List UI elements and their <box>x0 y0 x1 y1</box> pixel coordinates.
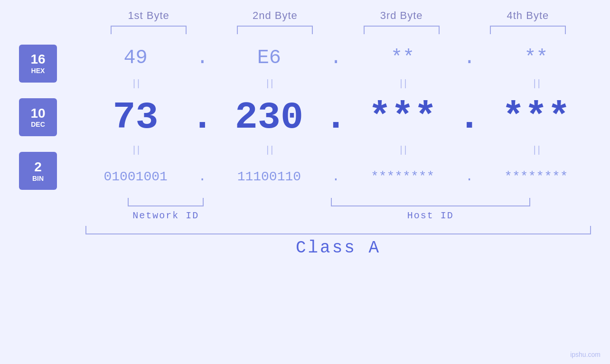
eq-4: || <box>532 79 540 89</box>
dec-dot-2: . <box>324 96 348 139</box>
hex-cell-1: 49 <box>81 47 190 69</box>
hex-cell-4: ** <box>481 47 591 69</box>
dec-value-3: *** <box>368 96 437 139</box>
bin-cell-4: ******** <box>481 169 591 184</box>
hex-badge: 16 HEX <box>19 45 57 83</box>
hex-dot-3: . <box>458 47 481 69</box>
dec-badge: 10 DEC <box>19 98 57 136</box>
data-columns: 49 . E6 . ** . ** <box>81 39 591 196</box>
bracket-top-1 <box>85 26 212 34</box>
dec-value-1: 73 <box>113 96 159 139</box>
bin-row: 01001001 . 11100110 . ******** . <box>81 158 591 196</box>
watermark: ipshu.com <box>570 351 601 358</box>
eq2-cell-2: || <box>214 146 324 155</box>
hex-value-4: ** <box>524 47 548 69</box>
bin-value-2: 11100110 <box>237 169 301 184</box>
network-id-bracket-container: Network ID <box>85 198 246 221</box>
hex-badge-number: 16 <box>30 52 45 67</box>
host-id-bracket-line <box>331 198 530 206</box>
dec-cell-1: 73 <box>81 96 190 139</box>
hex-badge-label: HEX <box>31 67 45 75</box>
bracket-top-4 <box>465 26 591 34</box>
hex-row: 49 . E6 . ** . ** <box>81 39 591 77</box>
bin-badge-label: BIN <box>32 175 44 182</box>
byte-header-2: 2nd Byte <box>212 9 338 22</box>
bin-cell-2: 11100110 <box>214 169 324 184</box>
eq-2: || <box>265 79 273 89</box>
eq-3: || <box>398 79 407 89</box>
bin-value-3: ******** <box>371 169 434 184</box>
eq2-3: || <box>398 146 407 155</box>
eq2-cell-1: || <box>81 146 190 155</box>
dec-value-4: *** <box>502 96 570 139</box>
hex-value-2: E6 <box>257 47 281 69</box>
hex-cell-2: E6 <box>214 47 324 69</box>
bin-badge-number: 2 <box>34 160 42 175</box>
bracket-top-3 <box>338 26 465 34</box>
equals-row-2: || || || || <box>81 143 591 158</box>
hex-value-1: 49 <box>123 47 147 69</box>
bin-dot-1: . <box>190 169 214 184</box>
dec-cell-4: *** <box>481 96 591 139</box>
host-id-label: Host ID <box>407 210 454 221</box>
bracket-top-2 <box>212 26 338 34</box>
eq-cell-3: || <box>348 79 458 89</box>
eq-cell-1: || <box>81 79 190 89</box>
host-id-bracket-container: Host ID <box>270 198 591 221</box>
class-label: Class A <box>296 238 381 258</box>
badges-column: 16 HEX 10 DEC 2 BIN <box>19 39 81 196</box>
bin-dot-2: . <box>324 169 348 184</box>
dec-badge-label: DEC <box>31 121 45 128</box>
eq2-1: || <box>131 146 140 155</box>
bin-cell-1: 01001001 <box>81 169 190 184</box>
network-id-label: Network ID <box>132 210 199 221</box>
dec-dot-1: . <box>190 96 214 139</box>
main-grid: 16 HEX 10 DEC 2 BIN 49 . <box>19 39 591 196</box>
top-brackets <box>19 26 591 34</box>
byte-header-1: 1st Byte <box>85 9 212 22</box>
dec-cell-3: *** <box>348 96 458 139</box>
byte-header-4: 4th Byte <box>465 9 591 22</box>
byte-headers: 1st Byte 2nd Byte 3rd Byte 4th Byte <box>19 9 591 22</box>
eq2-2: || <box>265 146 273 155</box>
dec-badge-number: 10 <box>30 106 45 121</box>
eq-cell-4: || <box>481 79 591 89</box>
main-container: 1st Byte 2nd Byte 3rd Byte 4th Byte 16 H… <box>0 0 610 364</box>
bin-badge: 2 BIN <box>19 152 57 190</box>
outer-bracket-row <box>19 226 591 234</box>
eq-1: || <box>131 79 140 89</box>
bin-cell-3: ******** <box>348 169 458 184</box>
dec-row: 73 . 230 . *** . *** <box>81 91 591 143</box>
dec-dot-3: . <box>458 96 481 139</box>
hex-dot-2: . <box>324 47 348 69</box>
hex-cell-3: ** <box>348 47 458 69</box>
bin-dot-3: . <box>458 169 481 184</box>
eq2-4: || <box>532 146 540 155</box>
dec-cell-2: 230 <box>214 96 324 139</box>
bottom-brackets: Network ID Host ID <box>19 198 591 221</box>
eq-cell-2: || <box>214 79 324 89</box>
class-label-row: Class A <box>19 238 591 258</box>
equals-row: || || || || <box>81 77 591 91</box>
bin-value-4: ******** <box>504 169 568 184</box>
hex-dot-1: . <box>190 47 214 69</box>
dec-value-2: 230 <box>235 96 303 139</box>
network-id-bracket-line-1 <box>128 198 204 206</box>
eq2-cell-3: || <box>348 146 458 155</box>
byte-header-3: 3rd Byte <box>338 9 465 22</box>
eq2-cell-4: || <box>481 146 591 155</box>
hex-value-3: ** <box>391 47 414 69</box>
outer-bracket <box>85 226 591 234</box>
bin-value-1: 01001001 <box>103 169 167 184</box>
